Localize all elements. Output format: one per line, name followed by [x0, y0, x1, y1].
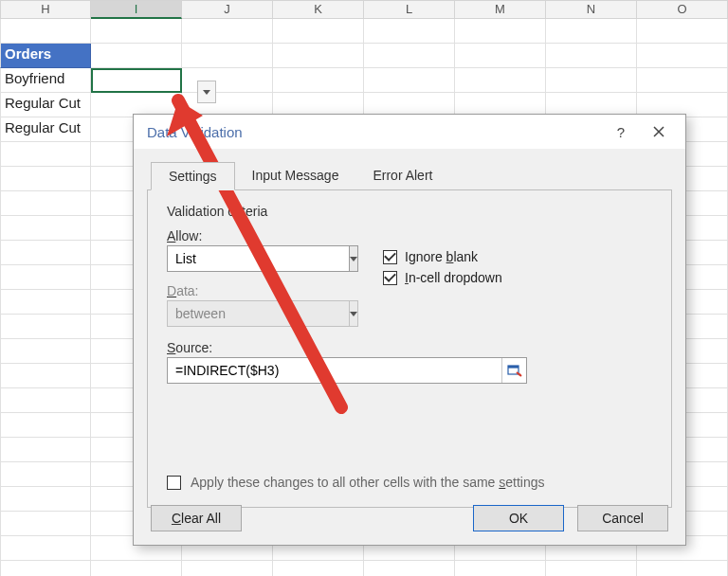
- column-header-M[interactable]: M: [455, 0, 546, 19]
- cell[interactable]: [0, 290, 91, 315]
- cell[interactable]: Boyfriend: [0, 68, 91, 93]
- cell[interactable]: [0, 487, 91, 512]
- cell[interactable]: [91, 19, 182, 44]
- cell[interactable]: [455, 44, 546, 68]
- cell[interactable]: [0, 438, 91, 462]
- cell[interactable]: [91, 561, 182, 576]
- chevron-down-icon: [350, 257, 357, 261]
- cell[interactable]: [182, 561, 273, 576]
- cell[interactable]: [0, 216, 91, 241]
- cell[interactable]: [91, 68, 182, 93]
- cell[interactable]: [273, 44, 364, 68]
- column-header-O[interactable]: O: [637, 0, 728, 19]
- checkbox-checked-icon: [383, 271, 397, 285]
- cell[interactable]: [637, 44, 728, 68]
- cell[interactable]: [0, 167, 91, 191]
- clear-all-button[interactable]: Clear All: [151, 505, 242, 531]
- close-button[interactable]: [640, 115, 678, 149]
- cell[interactable]: [364, 44, 455, 68]
- checkbox-unchecked-icon: [167, 476, 181, 490]
- cell[interactable]: [0, 388, 91, 413]
- cell[interactable]: [182, 44, 273, 68]
- cell[interactable]: [455, 19, 546, 44]
- column-header-K[interactable]: K: [273, 0, 364, 19]
- dialog-title: Data Validation: [147, 124, 243, 140]
- column-header-N[interactable]: N: [546, 0, 637, 19]
- cell[interactable]: [0, 241, 91, 265]
- data-combo-button: [350, 300, 358, 327]
- ignore-blank-label: Ignore blank: [405, 249, 478, 264]
- cell[interactable]: [455, 561, 546, 576]
- validation-criteria-label: Validation criteria: [167, 204, 652, 219]
- column-header-H[interactable]: H: [0, 0, 91, 19]
- incell-dropdown-checkbox[interactable]: In-cell dropdown: [383, 270, 502, 285]
- cell[interactable]: [0, 339, 91, 364]
- ok-button[interactable]: OK: [473, 505, 564, 531]
- range-picker-icon: [507, 363, 522, 378]
- cell[interactable]: [0, 462, 91, 487]
- cell[interactable]: [0, 19, 91, 44]
- cell[interactable]: [91, 44, 182, 68]
- cell-dropdown-handle[interactable]: [197, 81, 216, 103]
- range-picker-button[interactable]: [501, 358, 526, 383]
- cell[interactable]: [0, 561, 91, 576]
- incell-dropdown-label: In-cell dropdown: [405, 270, 502, 285]
- source-input[interactable]: [168, 358, 501, 383]
- dialog-tabs: Settings Input Message Error Alert: [151, 162, 685, 190]
- source-label: Source:: [167, 340, 652, 355]
- cell[interactable]: Regular Cut: [0, 93, 91, 117]
- column-headers: HIJKLMNO: [0, 0, 728, 19]
- cell[interactable]: [364, 561, 455, 576]
- cell[interactable]: [0, 413, 91, 438]
- cell[interactable]: Orders: [0, 44, 91, 68]
- apply-to-others-checkbox[interactable]: Apply these changes to all other cells w…: [167, 475, 545, 490]
- cell[interactable]: [273, 561, 364, 576]
- dialog-footer: Clear All OK Cancel: [134, 492, 685, 545]
- data-input: [167, 300, 350, 327]
- tab-settings[interactable]: Settings: [151, 162, 235, 190]
- allow-label: Allow:: [167, 228, 355, 243]
- allow-input[interactable]: [167, 245, 350, 272]
- cell[interactable]: Regular Cut: [0, 117, 91, 142]
- dialog-titlebar[interactable]: Data Validation ?: [134, 115, 685, 149]
- column-header-J[interactable]: J: [182, 0, 273, 19]
- cell[interactable]: [637, 68, 728, 93]
- cell[interactable]: [364, 19, 455, 44]
- cell[interactable]: [273, 68, 364, 93]
- data-validation-dialog: Data Validation ? Settings Input Message…: [133, 114, 686, 546]
- help-button[interactable]: ?: [602, 115, 640, 149]
- cell[interactable]: [546, 68, 637, 93]
- close-icon: [653, 126, 664, 137]
- cell[interactable]: [182, 68, 273, 93]
- ignore-blank-checkbox[interactable]: Ignore blank: [383, 249, 502, 264]
- allow-combo-button[interactable]: [350, 245, 358, 272]
- cell[interactable]: [637, 561, 728, 576]
- cell[interactable]: [0, 512, 91, 536]
- cell[interactable]: [273, 19, 364, 44]
- cell[interactable]: [0, 536, 91, 561]
- svg-rect-1: [508, 366, 519, 369]
- tab-error-alert[interactable]: Error Alert: [355, 162, 449, 190]
- cell[interactable]: [0, 142, 91, 167]
- cell[interactable]: [364, 68, 455, 93]
- data-combo: [167, 300, 355, 327]
- allow-combo[interactable]: [167, 245, 355, 272]
- tab-panel-settings: Validation criteria Allow: Data: Ignore …: [147, 189, 672, 508]
- cell[interactable]: [0, 191, 91, 216]
- cell[interactable]: [637, 19, 728, 44]
- cell[interactable]: [0, 315, 91, 339]
- column-header-I[interactable]: I: [91, 0, 182, 19]
- cell[interactable]: [546, 44, 637, 68]
- cancel-button[interactable]: Cancel: [577, 505, 668, 531]
- cell[interactable]: [546, 19, 637, 44]
- cell[interactable]: [0, 265, 91, 290]
- cell[interactable]: [546, 561, 637, 576]
- cell[interactable]: [455, 68, 546, 93]
- column-header-L[interactable]: L: [364, 0, 455, 19]
- tab-input-message[interactable]: Input Message: [235, 162, 356, 190]
- source-field[interactable]: [167, 357, 527, 384]
- chevron-down-icon: [203, 90, 210, 95]
- cell[interactable]: [182, 19, 273, 44]
- checkbox-checked-icon: [383, 250, 397, 264]
- cell[interactable]: [0, 364, 91, 388]
